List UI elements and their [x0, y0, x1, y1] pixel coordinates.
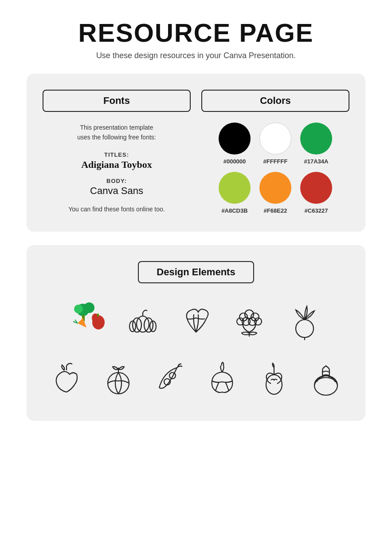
fonts-colors-card: Fonts This presentation template uses th… [27, 74, 365, 232]
svg-point-2 [74, 305, 83, 313]
colors-label: Colors [260, 95, 291, 106]
design-elements-label: Design Elements [157, 266, 235, 278]
colors-content: #000000 #FFFFFF #17A34A [201, 123, 349, 214]
svg-point-23 [296, 320, 314, 337]
titles-label: TITLES: [43, 151, 191, 158]
veg-onion-svg [306, 359, 346, 399]
color-circle-white [259, 123, 291, 155]
veg-beet-svg [282, 301, 322, 341]
page-title: RESOURCE PAGE [27, 18, 365, 48]
fonts-content: This presentation template uses the foll… [43, 123, 191, 213]
veg-eggplant [43, 354, 90, 403]
design-elements-card: Design Elements [27, 245, 365, 421]
color-hex-white: #FFFFFF [263, 158, 288, 165]
color-item-orange: #F68E22 [259, 172, 291, 214]
veg-pepper-svg [202, 359, 242, 399]
svg-point-1 [84, 302, 94, 313]
color-row-2: #A8CD3B #F68E22 #C63227 [219, 172, 332, 214]
veg-pepper [198, 354, 246, 403]
colors-panel: Colors #000000 #FFFFFF [201, 90, 349, 214]
color-item-white: #FFFFFF [259, 123, 291, 165]
svg-point-32 [314, 376, 337, 395]
color-circle-lime [219, 172, 251, 204]
page-subtitle: Use these design resources in your Canva… [27, 51, 365, 60]
color-hex-black: #000000 [223, 158, 246, 165]
veg-cauliflower-svg [229, 301, 269, 341]
svg-rect-9 [97, 313, 99, 317]
body-font: Canva Sans [43, 185, 191, 197]
design-elements-header: Design Elements [138, 261, 254, 283]
svg-point-30 [266, 375, 282, 394]
page: RESOURCE PAGE Use these design resources… [0, 0, 392, 452]
veg-garlic [250, 354, 298, 403]
body-label: BODY: [43, 178, 191, 184]
color-circle-green [300, 123, 332, 155]
find-fonts-text: You can find these fonts online too. [43, 206, 191, 213]
veg-tomato-svg [98, 359, 138, 399]
color-row-1: #000000 #FFFFFF #17A34A [219, 123, 332, 165]
color-circle-black [219, 123, 251, 155]
titles-font: Adigiana Toybox [43, 159, 191, 170]
svg-marker-4 [78, 318, 86, 328]
color-hex-lime: #A8CD3B [221, 207, 247, 214]
header: RESOURCE PAGE Use these design resources… [27, 18, 365, 60]
color-hex-green: #17A34A [304, 158, 329, 165]
veg-pea-pod [146, 354, 194, 403]
veg-pumpkin-svg [123, 301, 163, 341]
color-item-black: #000000 [219, 123, 251, 165]
colors-panel-header: Colors [201, 90, 349, 112]
veg-eggplant-svg [47, 359, 86, 399]
color-circle-red [300, 172, 332, 204]
fonts-description: This presentation template uses the foll… [43, 123, 191, 143]
svg-point-26 [108, 373, 129, 394]
veg-onion [302, 354, 349, 403]
veg-row-1 [43, 297, 349, 345]
veg-lettuce [172, 297, 220, 345]
veg-lettuce-svg [176, 301, 216, 341]
fonts-panel-header: Fonts [43, 90, 191, 112]
veg-row-2 [43, 354, 349, 403]
color-hex-orange: #F68E22 [264, 207, 287, 214]
color-item-green: #17A34A [300, 123, 332, 165]
veg-garlic-svg [254, 359, 294, 399]
color-item-red: #C63227 [300, 172, 332, 214]
veg-broccoli-carrot-svg [70, 301, 110, 341]
color-item-lime: #A8CD3B [219, 172, 251, 214]
veg-pea-pod-svg [150, 359, 190, 399]
color-circle-orange [259, 172, 291, 204]
veg-pumpkin [118, 297, 167, 345]
fonts-panel: Fonts This presentation template uses th… [43, 90, 191, 214]
veg-colored-group [65, 297, 114, 345]
veg-cauliflower [225, 297, 274, 345]
color-hex-red: #C63227 [305, 207, 328, 214]
fonts-label: Fonts [103, 95, 130, 106]
veg-tomato [94, 354, 142, 403]
veg-beet [278, 297, 327, 345]
